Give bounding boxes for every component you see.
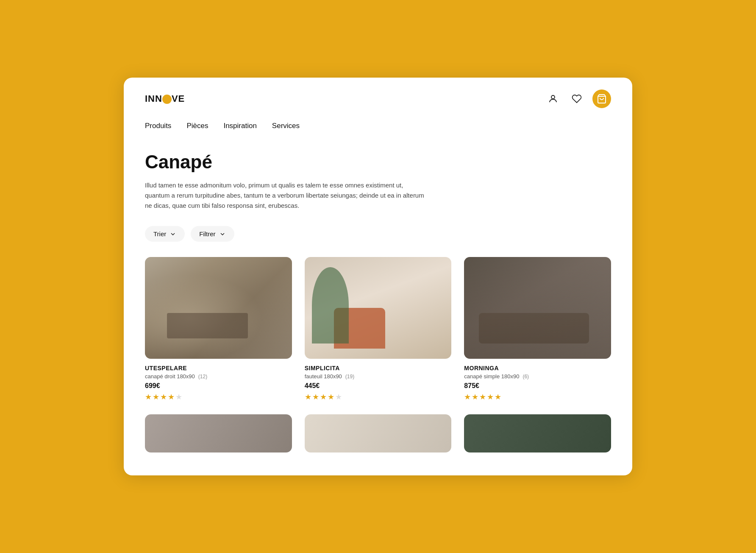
main-nav: Produits Pièces Inspiration Services — [124, 117, 632, 139]
product-card-2[interactable]: SIMPLICITA fauteuil 180x90 (19) 445€ ★ ★… — [305, 257, 452, 402]
product-name-3: MORNINGA — [464, 365, 611, 371]
product-name-1: UTESPELARE — [145, 365, 292, 371]
product-subtitle-1: canapé droit 180x90 (12) — [145, 373, 292, 380]
product-image-3 — [464, 257, 611, 359]
logo-text-before: INN — [145, 93, 162, 104]
user-icon[interactable] — [545, 91, 561, 107]
app-window: INN VE — [124, 78, 632, 475]
filters-bar: Trier Filtrer — [145, 226, 611, 242]
logo[interactable]: INN VE — [145, 93, 185, 104]
header: INN VE — [124, 78, 632, 117]
logo-o — [162, 95, 172, 104]
product-card-3[interactable]: MORNINGA canapé simple 180x90 (6) 875€ ★… — [464, 257, 611, 402]
product-price-1: 699€ — [145, 382, 292, 390]
product-image-4 — [145, 414, 292, 452]
product-price-3: 875€ — [464, 382, 611, 390]
product-rating-2: ★ ★ ★ ★ ★ — [305, 392, 452, 402]
nav-item-produits[interactable]: Produits — [145, 122, 171, 130]
product-price-2: 445€ — [305, 382, 452, 390]
product-card-4[interactable] — [145, 414, 292, 458]
header-icons — [545, 89, 611, 108]
chevron-down-icon — [170, 231, 176, 237]
product-rating-3: ★ ★ ★ ★ ★ — [464, 392, 611, 402]
page-description: Illud tamen te esse admonitum volo, prim… — [145, 180, 425, 211]
heart-icon[interactable] — [569, 91, 585, 107]
product-rating-1: ★ ★ ★ ★ ★ — [145, 392, 292, 402]
sort-button[interactable]: Trier — [145, 226, 185, 242]
filter-button[interactable]: Filtrer — [191, 226, 234, 242]
product-image-2 — [305, 257, 452, 359]
nav-item-inspiration[interactable]: Inspiration — [223, 122, 256, 130]
product-subtitle-3: canapé simple 180x90 (6) — [464, 373, 611, 380]
product-card-6[interactable] — [464, 414, 611, 458]
cart-button[interactable] — [592, 89, 611, 108]
main-content: Canapé Illud tamen te esse admonitum vol… — [124, 139, 632, 475]
product-name-2: SIMPLICITA — [305, 365, 452, 371]
nav-item-services[interactable]: Services — [272, 122, 300, 130]
logo-text-after: VE — [172, 93, 185, 104]
product-image-6 — [464, 414, 611, 452]
product-card-5[interactable] — [305, 414, 452, 458]
product-image-5 — [305, 414, 452, 452]
page-title: Canapé — [145, 151, 611, 173]
svg-point-0 — [551, 95, 555, 99]
nav-item-pieces[interactable]: Pièces — [186, 122, 208, 130]
product-card-1[interactable]: UTESPELARE canapé droit 180x90 (12) 699€… — [145, 257, 292, 402]
product-image-1 — [145, 257, 292, 359]
product-subtitle-2: fauteuil 180x90 (19) — [305, 373, 452, 380]
products-row-2 — [145, 414, 611, 458]
chevron-down-icon-2 — [219, 231, 226, 237]
products-grid: UTESPELARE canapé droit 180x90 (12) 699€… — [145, 257, 611, 402]
